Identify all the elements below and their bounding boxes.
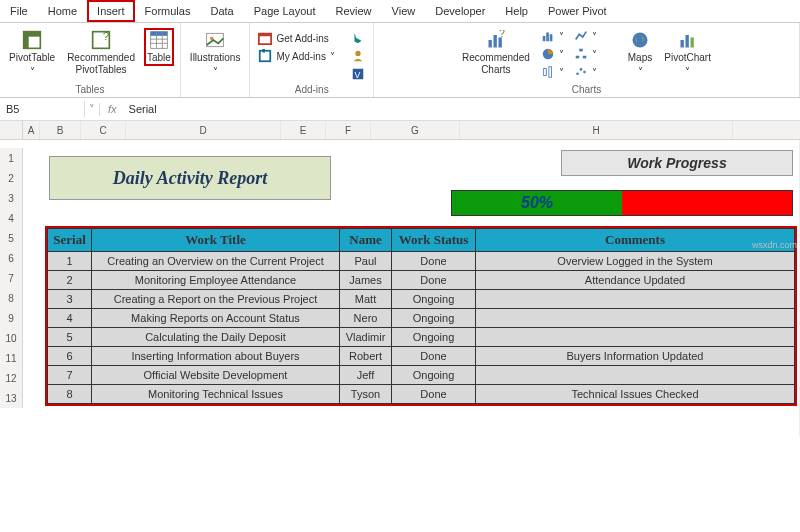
name-box[interactable]: B5 bbox=[0, 101, 85, 117]
cell[interactable]: Attendance Updated bbox=[476, 271, 795, 290]
recommended-charts-button[interactable]: ? Recommended Charts bbox=[459, 28, 533, 78]
cell[interactable]: Done bbox=[392, 347, 476, 366]
cell[interactable]: Buyers Information Updated bbox=[476, 347, 795, 366]
name-box-dropdown[interactable]: ˅ bbox=[85, 103, 100, 116]
col-worktitle[interactable]: Work Title bbox=[92, 229, 340, 252]
cell[interactable]: Matt bbox=[340, 290, 392, 309]
grid-area[interactable]: Daily Activity Report Work Progress 50% … bbox=[23, 140, 800, 436]
bing-maps-addin-button[interactable] bbox=[349, 30, 367, 46]
row-head-11[interactable]: 11 bbox=[0, 348, 23, 368]
maps-button[interactable]: Maps ˅ bbox=[625, 28, 655, 80]
row-head-5[interactable]: 5 bbox=[0, 228, 23, 248]
cell[interactable]: Done bbox=[392, 271, 476, 290]
row-head-13[interactable]: 13 bbox=[0, 388, 23, 408]
cell[interactable] bbox=[476, 328, 795, 347]
row-head-6[interactable]: 6 bbox=[0, 248, 23, 268]
col-comments[interactable]: Comments bbox=[476, 229, 795, 252]
row-head-3[interactable]: 3 bbox=[0, 188, 23, 208]
cell[interactable]: Done bbox=[392, 252, 476, 271]
menu-review[interactable]: Review bbox=[325, 0, 381, 22]
statistic-chart-button[interactable]: ˅ bbox=[539, 64, 566, 80]
cell[interactable]: Monitoring Technical Issues bbox=[92, 385, 340, 404]
row-head-4[interactable]: 4 bbox=[0, 208, 23, 228]
cell[interactable]: Monitoring Employee Attendance bbox=[92, 271, 340, 290]
cell[interactable]: Vladimir bbox=[340, 328, 392, 347]
row-head-9[interactable]: 9 bbox=[0, 308, 23, 328]
cell[interactable]: Done bbox=[392, 385, 476, 404]
illustrations-button[interactable]: Illustrations ˅ bbox=[187, 28, 244, 80]
table-row[interactable]: 7Official Website DevelopmentJeffOngoing bbox=[48, 366, 795, 385]
get-addins-button[interactable]: Get Add-ins bbox=[256, 30, 336, 46]
cell[interactable]: Creating a Report on the Previous Projec… bbox=[92, 290, 340, 309]
cell[interactable]: Ongoing bbox=[392, 309, 476, 328]
scatter-chart-button[interactable]: ˅ bbox=[572, 64, 599, 80]
col-status[interactable]: Work Status bbox=[392, 229, 476, 252]
table-row[interactable]: 5Calculating the Daily DepositVladimirOn… bbox=[48, 328, 795, 347]
row-head-7[interactable]: 7 bbox=[0, 268, 23, 288]
cell[interactable]: 8 bbox=[48, 385, 92, 404]
cell[interactable]: Ongoing bbox=[392, 290, 476, 309]
formula-input[interactable]: Serial bbox=[125, 103, 157, 115]
cell[interactable]: Tyson bbox=[340, 385, 392, 404]
fx-label[interactable]: fx bbox=[100, 103, 125, 115]
row-head-1[interactable]: 1 bbox=[0, 148, 23, 168]
table-button[interactable]: Table bbox=[144, 28, 174, 66]
menu-pagelayout[interactable]: Page Layout bbox=[244, 0, 326, 22]
cell[interactable]: Making Reports on Account Status bbox=[92, 309, 340, 328]
col-head-A[interactable]: A bbox=[23, 121, 40, 139]
col-name[interactable]: Name bbox=[340, 229, 392, 252]
menu-formulas[interactable]: Formulas bbox=[135, 0, 201, 22]
col-head-D[interactable]: D bbox=[126, 121, 281, 139]
cell[interactable]: 5 bbox=[48, 328, 92, 347]
cell[interactable]: James bbox=[340, 271, 392, 290]
table-row[interactable]: 1Creating an Overview on the Current Pro… bbox=[48, 252, 795, 271]
col-head-C[interactable]: C bbox=[81, 121, 126, 139]
cell[interactable] bbox=[476, 309, 795, 328]
table-row[interactable]: 6Inserting Information about BuyersRober… bbox=[48, 347, 795, 366]
select-all-corner[interactable] bbox=[0, 121, 23, 139]
cell[interactable]: 2 bbox=[48, 271, 92, 290]
col-head-G[interactable]: G bbox=[371, 121, 460, 139]
cell[interactable]: Technical Issues Checked bbox=[476, 385, 795, 404]
visio-addin-button[interactable]: V bbox=[349, 66, 367, 82]
menu-home[interactable]: Home bbox=[38, 0, 87, 22]
pivottable-button[interactable]: PivotTable ˅ bbox=[6, 28, 58, 80]
row-head-8[interactable]: 8 bbox=[0, 288, 23, 308]
menu-file[interactable]: File bbox=[0, 0, 38, 22]
table-row[interactable]: 2Monitoring Employee AttendanceJamesDone… bbox=[48, 271, 795, 290]
pie-chart-button[interactable]: ˅ bbox=[539, 46, 566, 62]
row-head-12[interactable]: 12 bbox=[0, 368, 23, 388]
menu-data[interactable]: Data bbox=[200, 0, 243, 22]
row-head-10[interactable]: 10 bbox=[0, 328, 23, 348]
my-addins-button[interactable]: My Add-ins ˅ bbox=[256, 48, 336, 64]
cell[interactable]: Robert bbox=[340, 347, 392, 366]
menu-help[interactable]: Help bbox=[495, 0, 538, 22]
cell[interactable]: Nero bbox=[340, 309, 392, 328]
cell[interactable]: Paul bbox=[340, 252, 392, 271]
cell[interactable]: 3 bbox=[48, 290, 92, 309]
cell[interactable]: Ongoing bbox=[392, 328, 476, 347]
cell[interactable]: Calculating the Daily Deposit bbox=[92, 328, 340, 347]
table-row[interactable]: 3Creating a Report on the Previous Proje… bbox=[48, 290, 795, 309]
people-graph-addin-button[interactable] bbox=[349, 48, 367, 64]
column-chart-button[interactable]: ˅ bbox=[539, 28, 566, 44]
cell[interactable]: 7 bbox=[48, 366, 92, 385]
cell[interactable]: Ongoing bbox=[392, 366, 476, 385]
cell[interactable]: Overview Logged in the System bbox=[476, 252, 795, 271]
cell[interactable] bbox=[476, 290, 795, 309]
line-chart-button[interactable]: ˅ bbox=[572, 28, 599, 44]
menu-insert[interactable]: Insert bbox=[87, 0, 135, 22]
cell[interactable]: Inserting Information about Buyers bbox=[92, 347, 340, 366]
cell[interactable]: 6 bbox=[48, 347, 92, 366]
menu-developer[interactable]: Developer bbox=[425, 0, 495, 22]
col-head-E[interactable]: E bbox=[281, 121, 326, 139]
col-serial[interactable]: Serial bbox=[48, 229, 92, 252]
cell[interactable]: Creating an Overview on the Current Proj… bbox=[92, 252, 340, 271]
cell[interactable]: 4 bbox=[48, 309, 92, 328]
table-row[interactable]: 4Making Reports on Account StatusNeroOng… bbox=[48, 309, 795, 328]
menu-view[interactable]: View bbox=[382, 0, 426, 22]
cell[interactable]: Jeff bbox=[340, 366, 392, 385]
recommended-pivottables-button[interactable]: ? Recommended PivotTables bbox=[64, 28, 138, 78]
row-head-2[interactable]: 2 bbox=[0, 168, 23, 188]
hierarchy-chart-button[interactable]: ˅ bbox=[572, 46, 599, 62]
